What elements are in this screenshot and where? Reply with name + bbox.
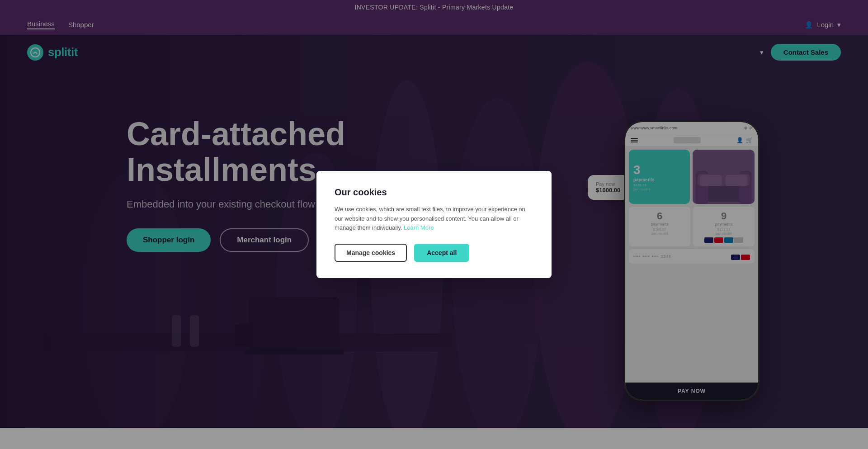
manage-cookies-button[interactable]: Manage cookies — [335, 244, 407, 262]
cookie-buttons: Manage cookies Accept all — [335, 244, 533, 262]
cookie-learn-more-link[interactable]: Learn More — [404, 224, 434, 231]
cookie-overlay: Our cookies We use cookies, which are sm… — [0, 0, 868, 449]
cookie-title: Our cookies — [335, 187, 533, 198]
cookie-modal: Our cookies We use cookies, which are sm… — [316, 171, 552, 278]
accept-all-button[interactable]: Accept all — [414, 244, 469, 262]
cookie-text: We use cookies, which are small text fil… — [335, 205, 533, 233]
